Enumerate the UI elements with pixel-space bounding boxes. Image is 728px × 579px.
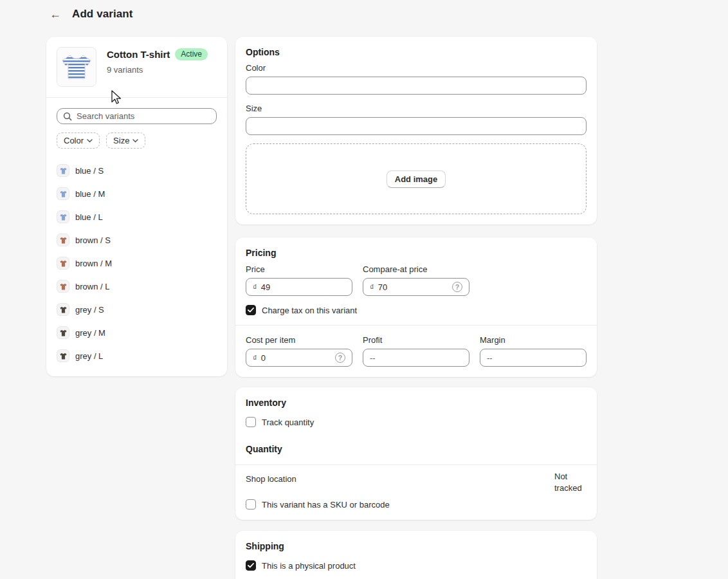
variant-thumbnail <box>57 303 69 316</box>
margin-input[interactable] <box>487 353 579 363</box>
shop-location-label: Shop location <box>246 474 296 484</box>
variant-label: blue / M <box>75 189 105 199</box>
variant-thumbnail <box>57 349 69 362</box>
variant-thumbnail <box>57 164 69 177</box>
charge-tax-checkbox[interactable] <box>246 305 256 315</box>
inventory-heading: Inventory <box>246 398 587 408</box>
cost-per-item-input[interactable] <box>261 353 331 363</box>
variant-thumbnail <box>57 280 69 293</box>
option-size-input[interactable] <box>253 122 579 131</box>
arrow-left-icon: ← <box>50 8 61 21</box>
variant-list-item[interactable]: blue / M <box>57 182 217 205</box>
divider <box>235 325 597 326</box>
status-badge: Active <box>175 48 208 60</box>
variant-list-item[interactable]: blue / L <box>57 205 217 228</box>
tshirt-icon <box>59 306 68 314</box>
pricing-heading: Pricing <box>246 248 587 258</box>
variant-count: 9 variants <box>107 65 208 75</box>
variant-detail-column: Options Color Size Add image Pricing Pri… <box>235 37 597 579</box>
variant-thumbnail <box>57 210 69 223</box>
variant-list: blue / S blue / M blue / L brown / S bro… <box>46 158 227 376</box>
option-color-input[interactable] <box>253 81 579 91</box>
search-variants-input[interactable] <box>77 111 210 121</box>
tshirt-icon <box>59 329 68 337</box>
page-title: Add variant <box>72 8 133 21</box>
sku-checkbox[interactable] <box>246 499 256 510</box>
variant-thumbnail <box>57 257 69 270</box>
options-card: Options Color Size Add image <box>235 37 597 225</box>
chevron-down-icon <box>87 139 93 143</box>
shipping-heading: Shipping <box>246 541 587 551</box>
compare-at-price-label: Compare-at price <box>363 264 469 274</box>
filter-size-dropdown[interactable]: Size <box>106 133 145 149</box>
variant-label: blue / L <box>75 212 103 222</box>
tshirt-icon <box>59 190 68 198</box>
page-header: ← Add variant <box>46 5 133 23</box>
cost-per-item-label: Cost per item <box>246 335 352 345</box>
profit-input[interactable] <box>370 353 462 363</box>
tshirt-icon <box>59 236 68 244</box>
track-quantity-row[interactable]: Track quantity <box>246 417 587 427</box>
variant-thumbnail <box>57 326 69 339</box>
sku-row[interactable]: This variant has a SKU or barcode <box>246 499 587 510</box>
variant-sidebar-card: Cotton T-shirt Active 9 variants Color S… <box>46 37 227 376</box>
physical-product-checkbox[interactable] <box>246 560 256 571</box>
price-label: Price <box>246 264 352 274</box>
variant-label: grey / M <box>75 328 105 338</box>
variant-list-item[interactable]: grey / L <box>57 344 217 367</box>
help-question-icon[interactable]: ? <box>452 282 462 292</box>
chevron-down-icon <box>132 139 138 143</box>
checkmark-icon <box>248 308 254 313</box>
charge-tax-row[interactable]: Charge tax on this variant <box>246 305 587 315</box>
variant-thumbnail <box>57 187 69 200</box>
tshirt-icon <box>59 259 68 268</box>
pricing-card: Pricing Price ₫ Compare-at price ₫ ? <box>235 237 597 377</box>
sku-label: This variant has a SKU or barcode <box>262 500 390 510</box>
filter-color-label: Color <box>64 136 84 145</box>
search-variants-box <box>57 108 217 124</box>
product-summary[interactable]: Cotton T-shirt Active 9 variants <box>46 37 227 97</box>
physical-product-label: This is a physical product <box>262 561 356 571</box>
product-image <box>57 47 96 87</box>
variant-label: grey / L <box>75 351 103 361</box>
currency-symbol: ₫ <box>370 282 374 292</box>
variant-list-item[interactable]: blue / S <box>57 159 217 182</box>
variant-list-item[interactable]: brown / M <box>57 252 217 275</box>
location-tracking-status: Not tracked <box>554 471 587 494</box>
variant-label: grey / S <box>75 305 104 315</box>
variant-label: brown / L <box>75 282 109 291</box>
filter-size-label: Size <box>113 136 129 145</box>
variant-label: brown / S <box>75 235 111 245</box>
variant-thumbnail <box>57 234 69 246</box>
variant-label: blue / S <box>75 166 104 176</box>
help-question-icon[interactable]: ? <box>335 353 345 363</box>
image-dropzone[interactable]: Add image <box>246 143 587 214</box>
variant-list-item[interactable]: grey / S <box>57 298 217 321</box>
price-input[interactable] <box>261 282 345 292</box>
track-quantity-label: Track quantity <box>262 418 314 427</box>
track-quantity-checkbox[interactable] <box>246 417 256 427</box>
filter-color-dropdown[interactable]: Color <box>57 133 100 149</box>
profit-label: Profit <box>363 335 469 345</box>
tshirt-icon <box>59 213 68 221</box>
compare-at-price-input[interactable] <box>378 282 448 292</box>
currency-symbol: ₫ <box>253 282 257 292</box>
variant-list-item[interactable]: grey / M <box>57 321 217 344</box>
search-icon <box>63 112 72 121</box>
physical-product-row[interactable]: This is a physical product <box>246 560 587 571</box>
margin-label: Margin <box>480 335 587 345</box>
charge-tax-label: Charge tax on this variant <box>262 306 357 315</box>
add-image-button[interactable]: Add image <box>387 170 446 188</box>
back-button[interactable]: ← <box>46 5 64 23</box>
variant-list-item[interactable]: brown / S <box>57 228 217 252</box>
inventory-card: Inventory Track quantity Quantity Shop l… <box>235 387 597 520</box>
variant-label: brown / M <box>75 259 112 268</box>
tshirt-icon <box>59 167 68 175</box>
shipping-card: Shipping This is a physical product Weig… <box>235 531 597 579</box>
option-size-label: Size <box>246 104 587 113</box>
currency-symbol: ₫ <box>253 353 257 363</box>
tshirt-icon <box>59 352 68 360</box>
variant-list-item[interactable]: brown / L <box>57 275 217 298</box>
tshirt-icon <box>59 282 68 291</box>
product-title: Cotton T-shirt <box>107 49 170 60</box>
